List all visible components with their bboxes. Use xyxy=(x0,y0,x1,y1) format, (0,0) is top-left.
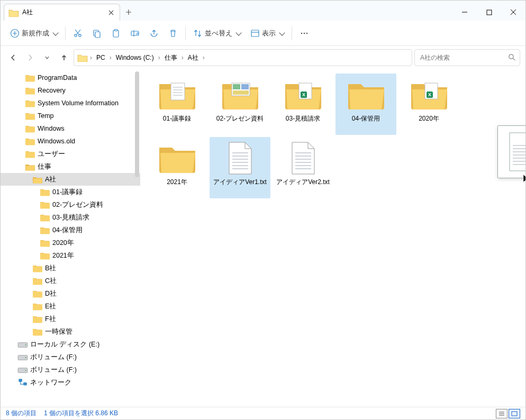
tree-item-label: System Volume Information xyxy=(38,99,119,107)
search-box[interactable] xyxy=(414,49,520,66)
navigation-tree[interactable]: ProgramDataRecoverySystem Volume Informa… xyxy=(1,69,140,407)
tree-item[interactable]: 01-議事録 xyxy=(1,186,140,198)
breadcrumb[interactable]: › PC › Windows (C:) › 仕事 › A社 › xyxy=(74,49,412,66)
folder-icon xyxy=(40,226,50,234)
tree-item[interactable]: ローカル ディスク (E:) xyxy=(1,338,140,351)
forward-button[interactable] xyxy=(23,50,38,65)
svg-rect-5 xyxy=(95,32,100,38)
search-icon[interactable] xyxy=(508,53,515,62)
folder-item[interactable]: X03-見積請求 xyxy=(273,74,333,135)
copy-button[interactable] xyxy=(88,24,106,43)
tree-item[interactable]: System Volume Information xyxy=(1,97,140,109)
toolbar: 新規作成 A 並べ替え 表示 xyxy=(1,21,525,46)
sort-icon xyxy=(193,29,203,38)
file-item[interactable]: アイディアVer1.txt xyxy=(210,137,270,198)
rename-button[interactable]: A xyxy=(126,24,144,43)
tree-item-label: 04-保管用 xyxy=(52,226,83,235)
tree-item[interactable]: F社 xyxy=(1,313,140,325)
sort-button[interactable]: 並べ替え xyxy=(189,24,245,43)
tree-item[interactable]: ネットワーク xyxy=(1,376,140,389)
folder-icon xyxy=(220,79,260,111)
close-button[interactable] xyxy=(501,4,525,21)
tree-item[interactable]: Windows.old xyxy=(1,135,140,148)
item-label: 04-保管用 xyxy=(352,115,380,122)
view-button[interactable]: 表示 xyxy=(246,24,288,43)
details-view-button[interactable] xyxy=(496,409,507,418)
tree-item[interactable]: 2020年 xyxy=(1,236,140,249)
new-button[interactable]: 新規作成 xyxy=(6,24,62,43)
maximize-button[interactable] xyxy=(477,4,501,21)
tree-item[interactable]: Recovery xyxy=(1,84,140,97)
scrollbar-thumb[interactable] xyxy=(135,71,139,177)
icons-view-button[interactable] xyxy=(509,409,520,418)
up-button[interactable] xyxy=(57,50,71,65)
tree-item[interactable]: 一時保管 xyxy=(1,325,140,338)
svg-text:X: X xyxy=(302,92,305,97)
tree-item[interactable]: D社 xyxy=(1,287,140,300)
folder-item[interactable]: 2021年 xyxy=(147,137,207,198)
back-button[interactable] xyxy=(6,50,21,65)
breadcrumb-segment[interactable]: Windows (C:) xyxy=(114,53,156,62)
recent-dropdown[interactable] xyxy=(40,50,55,65)
tree-item[interactable]: 02-プレゼン資料 xyxy=(1,198,140,211)
folder-icon xyxy=(25,86,35,95)
tree-item[interactable]: ボリューム (F:) xyxy=(1,351,140,363)
folder-item[interactable]: 01-議事録 xyxy=(147,74,207,135)
drive-icon xyxy=(17,353,28,361)
cut-button[interactable] xyxy=(69,24,87,43)
file-item[interactable]: アイディアVer2.txt xyxy=(273,137,333,198)
svg-rect-15 xyxy=(171,83,185,100)
share-button[interactable] xyxy=(145,24,163,43)
folder-icon xyxy=(32,264,43,272)
tree-item[interactable]: C社 xyxy=(1,275,140,287)
tree-item-label: Windows.old xyxy=(38,138,75,145)
tree-item-label: 02-プレゼン資料 xyxy=(52,200,103,209)
tree-item[interactable]: 03-見積請求 xyxy=(1,211,140,224)
tree-item[interactable]: Temp xyxy=(1,109,140,122)
tree-item[interactable]: A社 xyxy=(1,173,140,186)
chevron-down-icon xyxy=(235,30,241,35)
tab-close-icon[interactable] xyxy=(107,8,115,17)
chevron-right-icon[interactable]: › xyxy=(89,54,93,61)
scissors-icon xyxy=(73,29,83,38)
folder-icon xyxy=(25,137,35,145)
folder-icon xyxy=(32,302,43,311)
more-button[interactable] xyxy=(295,24,313,43)
scrollbar[interactable] xyxy=(132,69,140,407)
tree-item[interactable]: ユーザー xyxy=(1,148,140,160)
chevron-right-icon[interactable]: › xyxy=(157,54,161,61)
window-tab[interactable]: A社 xyxy=(4,4,120,21)
tree-item[interactable]: 04-保管用 xyxy=(1,224,140,236)
tree-item[interactable]: 2021年 xyxy=(1,249,140,262)
folder-icon xyxy=(25,124,35,133)
folder-item[interactable]: 02-プレゼン資料 xyxy=(210,74,270,135)
chevron-right-icon[interactable]: › xyxy=(108,54,113,61)
chevron-down-icon xyxy=(52,30,58,35)
breadcrumb-segment[interactable]: 仕事 xyxy=(162,52,179,63)
breadcrumb-segment[interactable]: PC xyxy=(94,53,107,62)
minimize-button[interactable] xyxy=(452,4,477,21)
tree-item[interactable]: 仕事 xyxy=(1,160,140,173)
items-view[interactable]: 01-議事録02-プレゼン資料X03-見積請求04-保管用X2020年2021年… xyxy=(140,69,525,407)
status-selection: 1 個の項目を選択 6.86 KB xyxy=(44,409,118,418)
folder-item[interactable]: X2020年 xyxy=(398,74,459,135)
ellipsis-icon xyxy=(300,29,309,38)
tree-item[interactable]: E社 xyxy=(1,300,140,313)
folder-icon xyxy=(40,213,50,222)
new-tab-button[interactable] xyxy=(120,4,137,21)
tree-item-label: ProgramData xyxy=(38,74,77,81)
breadcrumb-segment[interactable]: A社 xyxy=(186,52,201,63)
tree-item-label: ボリューム (F:) xyxy=(30,366,77,375)
tree-item[interactable]: Windows xyxy=(1,122,140,135)
folder-item[interactable]: 04-保管用 xyxy=(335,74,396,135)
tree-item[interactable]: B社 xyxy=(1,262,140,275)
tree-item[interactable]: ボリューム (F:) xyxy=(1,363,140,376)
folder-icon xyxy=(25,150,35,158)
delete-button[interactable] xyxy=(164,24,182,43)
view-mode-toggle xyxy=(496,409,520,418)
tree-item[interactable]: ProgramData xyxy=(1,71,140,84)
paste-button[interactable] xyxy=(107,24,125,43)
chevron-right-icon[interactable]: › xyxy=(202,54,206,61)
chevron-right-icon[interactable]: › xyxy=(180,54,185,61)
search-input[interactable] xyxy=(419,53,508,62)
